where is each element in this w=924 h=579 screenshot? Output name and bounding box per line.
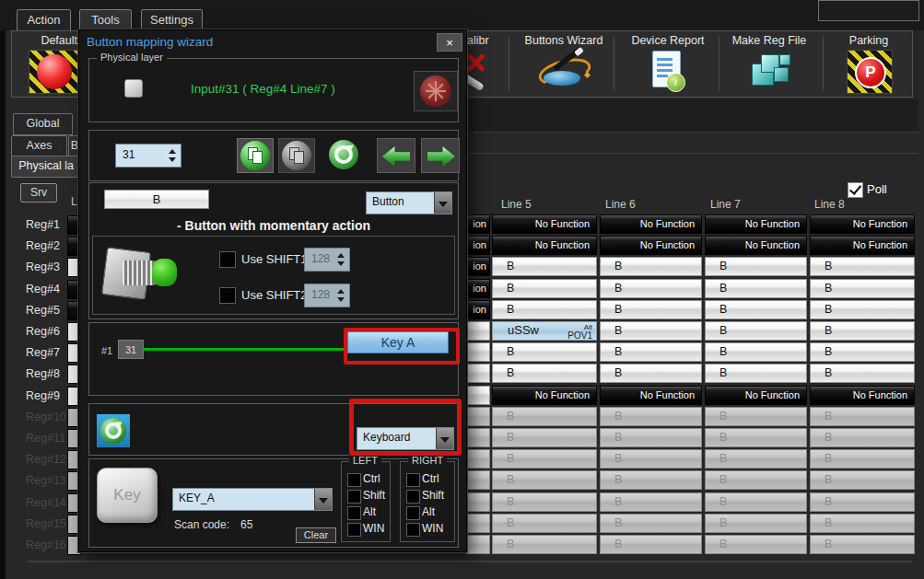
input-state-checkbox[interactable]	[124, 79, 143, 98]
grid-cell-line5[interactable]: B	[492, 364, 597, 383]
grid-cell-line6[interactable]: B	[600, 321, 702, 341]
menu-action[interactable]: Action	[17, 9, 71, 31]
shift2-spinner[interactable]: 128	[304, 284, 350, 307]
grid-cell-line4-fragment[interactable]	[466, 321, 490, 341]
grid-cell-line5: B	[492, 492, 597, 512]
grid-cell-line5[interactable]: uSSwAltPOV1	[492, 321, 597, 341]
grid-cell-line5[interactable]: No Function	[492, 214, 597, 234]
grid-cell-line6[interactable]: B	[600, 279, 702, 298]
use-shift2-checkbox[interactable]	[219, 287, 236, 304]
grid-cell-line5[interactable]: B	[492, 279, 597, 298]
clear-button[interactable]: Clear	[296, 527, 336, 543]
right-alt-checkbox[interactable]	[406, 506, 420, 520]
grid-cell-line7[interactable]: No Function	[705, 386, 807, 405]
toolbar-separator	[823, 37, 824, 90]
menu-settings[interactable]: Settings	[141, 9, 203, 31]
mapping-input-chip[interactable]: 31	[118, 340, 144, 359]
grid-cell-line4-fragment[interactable]	[466, 364, 490, 383]
physical-layer-legend: Physical layer	[97, 52, 167, 64]
reset-button[interactable]	[325, 138, 362, 173]
grid-cell-line8[interactable]: No Function	[810, 214, 915, 234]
next-button[interactable]	[421, 138, 460, 173]
input-indicator-lamp[interactable]	[414, 71, 458, 111]
grid-cell-line4-fragment[interactable]	[466, 386, 490, 405]
grid-cell-line6: B	[600, 428, 702, 447]
grid-cell-line6[interactable]: No Function	[600, 214, 702, 234]
grid-cell-line7[interactable]: B	[705, 279, 807, 298]
key-select-dropdown[interactable]: KEY_A	[172, 488, 333, 511]
grid-cell-line6[interactable]: No Function	[600, 386, 702, 405]
grid-cell-line5[interactable]: No Function	[492, 386, 597, 405]
grid-cell-line6[interactable]: B	[600, 300, 702, 319]
tab-physical-layer[interactable]: Physical la	[11, 156, 81, 178]
grid-cell-line8[interactable]: B	[810, 364, 915, 383]
grid-cell-line6[interactable]: No Function	[600, 236, 702, 255]
poll-label: Poll	[867, 182, 887, 196]
button-name-field[interactable]: B	[104, 190, 209, 209]
target-type-group: Keyboard	[88, 403, 459, 456]
grid-cell-line5[interactable]: No Function	[492, 236, 597, 255]
use-shift1-checkbox[interactable]	[219, 251, 236, 268]
left-ctrl-label: Ctrl	[363, 472, 380, 485]
left-alt-checkbox[interactable]	[347, 506, 361, 520]
srv-button[interactable]: Srv	[20, 183, 57, 203]
grid-cell-line4-fragment[interactable]: ion	[466, 257, 490, 276]
grid-cell-line8[interactable]: No Function	[810, 386, 915, 405]
left-ctrl-checkbox[interactable]	[347, 473, 361, 487]
grid-cell-line7[interactable]: B	[705, 342, 807, 362]
dialog-close-button[interactable]: ×	[437, 33, 462, 52]
grid-cell-line7[interactable]: B	[705, 364, 807, 383]
left-shift-checkbox[interactable]	[347, 490, 361, 504]
emergency-stop-icon	[29, 50, 80, 94]
grid-cell-line7[interactable]: No Function	[705, 236, 807, 255]
spin-up[interactable]	[169, 149, 176, 154]
grid-cell-line4-fragment[interactable]: ion	[466, 214, 490, 234]
grid-cell-line7[interactable]: B	[705, 321, 807, 341]
left-win-checkbox[interactable]	[347, 523, 361, 537]
grid-cell-line8[interactable]: B	[810, 342, 915, 362]
next-arrow-icon	[427, 146, 455, 167]
grid-cell-line4-fragment[interactable]	[466, 342, 490, 362]
grid-cell-line6[interactable]: B	[600, 364, 702, 383]
spin-down[interactable]	[169, 157, 176, 162]
grid-cell-line8[interactable]: No Function	[810, 236, 915, 255]
right-shift-checkbox[interactable]	[406, 490, 420, 504]
key-target-button[interactable]: Key A	[347, 331, 449, 353]
dropdown-arrow-icon[interactable]	[434, 192, 451, 214]
grid-cell-line4-fragment[interactable]: ion	[466, 279, 490, 298]
type-description: - Button with momentary action	[89, 218, 458, 233]
grid-cell-line7[interactable]: B	[705, 257, 807, 276]
grid-cell-line4-fragment[interactable]: ion	[466, 236, 490, 255]
shift1-spinner[interactable]: 128	[304, 248, 350, 272]
tab-axes[interactable]: Axes	[11, 135, 67, 156]
copy-button[interactable]	[237, 138, 274, 173]
tab-global[interactable]: Global	[13, 113, 73, 135]
grid-cell-line7[interactable]: No Function	[705, 214, 807, 234]
paste-button[interactable]	[278, 138, 315, 173]
grid-cell-line6[interactable]: B	[600, 257, 702, 276]
grid-cell-line6[interactable]: B	[600, 342, 702, 362]
grid-cell-line4-fragment	[466, 428, 490, 447]
grid-cell-line5[interactable]: B	[492, 257, 597, 276]
right-win-checkbox[interactable]	[406, 523, 420, 537]
panel-divider	[465, 153, 918, 154]
dropdown-arrow-icon[interactable]	[436, 428, 453, 449]
grid-cell-line8[interactable]: B	[810, 300, 915, 319]
right-ctrl-checkbox[interactable]	[406, 473, 420, 487]
grid-cell-line7[interactable]: B	[705, 300, 807, 319]
input-index-spinner[interactable]: 31	[115, 144, 181, 168]
prev-button[interactable]	[377, 138, 415, 173]
menu-tools[interactable]: Tools	[79, 9, 132, 31]
grid-cell-line5[interactable]: B	[492, 300, 597, 319]
keyboard-group: Key KEY_A Scan code: 65 Clear LEFT CtrlS…	[88, 458, 459, 548]
grid-cell-line8[interactable]: B	[810, 279, 915, 298]
grid-cell-line8[interactable]: B	[810, 321, 915, 341]
grid-cell-line5[interactable]: B	[492, 342, 597, 362]
dropdown-arrow-icon[interactable]	[314, 489, 332, 510]
poll-checkbox[interactable]	[848, 182, 863, 198]
use-shift1-label: Use SHIFT1	[241, 252, 308, 266]
target-type-dropdown[interactable]: Keyboard	[357, 427, 454, 450]
grid-cell-line4-fragment[interactable]: ion	[466, 300, 490, 319]
grid-cell-line8[interactable]: B	[810, 257, 915, 276]
button-type-dropdown[interactable]: Button	[366, 191, 452, 214]
